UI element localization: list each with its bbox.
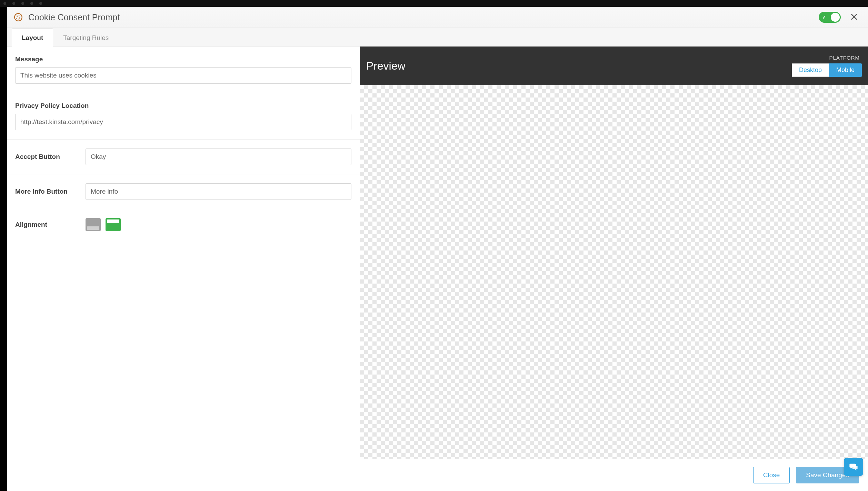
alignment-label: Alignment (15, 221, 77, 228)
bg-dot (12, 2, 15, 5)
svg-point-0 (14, 13, 22, 21)
alignment-top-option[interactable] (106, 218, 121, 231)
moreinfo-input[interactable] (86, 183, 351, 200)
svg-point-2 (19, 15, 20, 16)
preview-header: Preview PLATFORM Desktop Mobile (360, 47, 868, 85)
tab-targeting-rules[interactable]: Targeting Rules (53, 28, 119, 47)
message-section: Message (7, 47, 360, 93)
moreinfo-label: More Info Button (15, 188, 77, 195)
platform-switcher: PLATFORM Desktop Mobile (792, 55, 862, 77)
close-button[interactable]: Close (753, 467, 790, 483)
close-icon[interactable]: ✕ (848, 12, 860, 22)
platform-desktop-button[interactable]: Desktop (792, 63, 829, 77)
check-icon: ✓ (822, 14, 826, 20)
alignment-options (86, 218, 121, 231)
modal-title: Cookie Consent Prompt (28, 12, 819, 22)
tab-bar: Layout Targeting Rules (7, 28, 868, 47)
modal-header: Cookie Consent Prompt ✓ ✕ (7, 7, 868, 28)
chat-widget-button[interactable] (844, 458, 863, 476)
privacy-input[interactable] (15, 114, 351, 130)
platform-label: PLATFORM (829, 55, 862, 61)
bg-dot (21, 2, 24, 5)
preview-canvas (360, 85, 868, 459)
platform-button-group: Desktop Mobile (792, 63, 862, 77)
bg-dot (39, 2, 42, 5)
privacy-label: Privacy Policy Location (15, 102, 351, 110)
alignment-bottom-option[interactable] (86, 218, 101, 231)
accept-section: Accept Button (7, 140, 360, 174)
svg-point-3 (16, 18, 17, 19)
form-column: Message Privacy Policy Location Accept B… (7, 47, 360, 459)
background-app (0, 0, 868, 7)
svg-point-4 (19, 18, 20, 19)
cookie-consent-modal: Cookie Consent Prompt ✓ ✕ Layout Targeti… (7, 7, 868, 491)
message-input[interactable] (15, 67, 351, 84)
accept-label: Accept Button (15, 153, 77, 161)
alignment-section: Alignment (7, 209, 360, 240)
tab-layout[interactable]: Layout (12, 28, 53, 47)
privacy-section: Privacy Policy Location (7, 93, 360, 140)
preview-column: Preview PLATFORM Desktop Mobile (360, 47, 868, 459)
bg-dot (3, 2, 6, 5)
cookie-icon (13, 12, 23, 22)
chat-icon (849, 462, 858, 472)
enable-toggle[interactable]: ✓ (819, 12, 841, 23)
svg-point-5 (18, 19, 19, 19)
message-label: Message (15, 55, 351, 63)
platform-mobile-button[interactable]: Mobile (829, 63, 862, 77)
moreinfo-section: More Info Button (7, 174, 360, 209)
svg-point-1 (17, 16, 18, 17)
accept-input[interactable] (86, 149, 351, 165)
modal-footer: Close Save Changes (7, 459, 868, 491)
modal-body: Message Privacy Policy Location Accept B… (7, 47, 868, 459)
preview-title: Preview (366, 60, 792, 72)
bg-dot (30, 2, 33, 5)
